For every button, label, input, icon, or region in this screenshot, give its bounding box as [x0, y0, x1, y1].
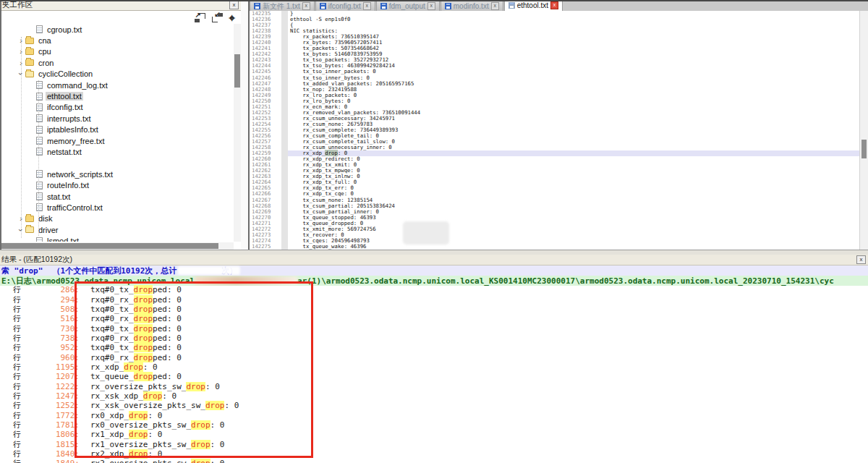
result-line-number: 1815:	[22, 440, 80, 449]
line-text: rx_xdp_tx_err: 0	[281, 185, 859, 191]
tree-item-cna[interactable]: ›cna	[1, 35, 234, 46]
locate-current-file-icon[interactable]: ⌖	[229, 13, 235, 22]
editor-line[interactable]: 142237{	[250, 22, 859, 28]
tab-label: ethtool.txt	[517, 1, 548, 9]
tree-item-command_log-txt[interactable]: command_log.txt	[1, 80, 234, 90]
search-result-row[interactable]: 行1849:rx2_oversize_pkts_sw_drop: 0	[0, 459, 868, 463]
tree-item-label: cgroup.txt	[46, 25, 83, 34]
tab-close-icon[interactable]: x	[550, 1, 558, 9]
folder-icon	[25, 59, 34, 66]
tab-close-icon[interactable]: x	[363, 2, 371, 10]
tree-item-stat-txt[interactable]: stat.txt	[1, 191, 234, 202]
line-text: rx_xdp_tx_xmit: 0	[281, 162, 859, 168]
result-line-number: 1772:	[22, 411, 80, 420]
tab-close-icon[interactable]: x	[427, 2, 435, 10]
line-text: rx_xdp_redirect: 0	[281, 156, 859, 162]
line-text: tx_cqes: 204596498793	[281, 238, 859, 244]
search-summary-row[interactable]: 索 "drop" （1个文件中匹配到10192次，总计次）	[0, 266, 868, 276]
line-text: {	[281, 22, 859, 28]
line-word-label: 行	[0, 458, 22, 463]
line-text: tx_added_vlan_packets: 205165957165	[281, 81, 859, 87]
arrow-glyph: ↗	[195, 11, 201, 19]
result-line-number: 730:	[22, 324, 80, 334]
tree-item-cyclicCollection[interactable]: ›cyclicCollection	[1, 69, 234, 80]
tree-item-cgroup-txt[interactable]: cgroup.txt	[1, 24, 234, 35]
result-line-number: 294:	[22, 295, 80, 305]
results-title: 结果 - (匹配10192次)	[1, 255, 72, 265]
workspace-title: 夹工作区	[2, 0, 33, 10]
tree-vertical-scrollbar[interactable]	[234, 24, 241, 242]
match-highlight: drop	[191, 459, 210, 463]
tree-item-interrupts-txt[interactable]: interrupts.txt	[1, 113, 234, 124]
tree-item-memory_free-txt[interactable]: memory_free.txt	[1, 135, 234, 146]
tree-item-label: iptablesInfo.txt	[46, 125, 100, 134]
results-panel-edge	[0, 250, 868, 255]
file-icon	[36, 81, 43, 89]
collapse-all-icon[interactable]: ↙	[212, 13, 223, 22]
line-text: tx_queue_wake: 46396	[281, 244, 859, 250]
panel-splitter[interactable]	[241, 0, 250, 250]
file-icon	[36, 148, 43, 156]
file-icon	[36, 137, 43, 145]
file-icon	[36, 126, 43, 134]
workspace-close-icon[interactable]: x	[229, 1, 239, 9]
editor-line[interactable]: 142236ethtool -S enp1s0f0	[250, 17, 859, 22]
tree-hscroll-thumb[interactable]	[1, 243, 218, 249]
tree-item-label: cron	[37, 59, 55, 67]
tree-item-label: driver	[37, 226, 60, 234]
chevron-down-icon[interactable]: ›	[17, 69, 25, 78]
tree-item-cron[interactable]: ›cron	[1, 57, 234, 68]
line-number: 142275	[250, 244, 281, 250]
tab-ifconfig-txt[interactable]: ifconfig.txtx	[315, 1, 375, 11]
result-line-number: 1252:	[22, 401, 80, 410]
save-floppy-icon	[509, 2, 515, 9]
tab-label: fdm_output	[389, 2, 425, 10]
file-icon	[36, 237, 43, 242]
mini-folder-glyph	[218, 13, 223, 17]
tree-item-lsmod-txt[interactable]: lsmod.txt	[1, 235, 234, 242]
tree-vscroll-thumb[interactable]	[234, 54, 240, 88]
results-close-icon[interactable]: x	[856, 255, 866, 264]
tree-item-disk[interactable]: ›disk	[1, 213, 234, 224]
tab-ethtool-txt[interactable]: ethtool.txtx	[504, 0, 563, 11]
window-top-edge	[0, 0, 868, 1]
editor-vscroll-thumb[interactable]	[861, 140, 867, 158]
tab--1-txt[interactable]: 新文件 1.txtx	[250, 1, 315, 11]
editor-line[interactable]: 142275 tx_queue_wake: 46396	[250, 244, 859, 250]
tree-spacer	[1, 158, 234, 169]
tab-modinfo-txt[interactable]: modinfo.txtx	[441, 1, 503, 11]
line-text: rx_lro_packets: 0	[281, 93, 859, 98]
tab-close-icon[interactable]: x	[491, 2, 499, 10]
tab-bar: 新文件 1.txtxifconfig.txtxfdm_outputxmodinf…	[250, 0, 868, 12]
result-line-number: 960:	[22, 353, 80, 362]
tab-close-icon[interactable]: x	[302, 2, 310, 10]
tree-item-ethtool-txt[interactable]: ethtool.txt	[1, 90, 234, 101]
tree-item-label: netstat.txt	[46, 148, 83, 156]
tree-item-trafficControl-txt[interactable]: trafficControl.txt	[1, 202, 234, 213]
tree-item-iptablesInfo-txt[interactable]: iptablesInfo.txt	[1, 124, 234, 135]
tree-guide-line	[38, 80, 39, 236]
result-line-number: 952:	[22, 343, 80, 352]
result-line-number: 1781:	[22, 420, 80, 430]
tree-item-label: disk	[37, 214, 54, 223]
tree-item-driver[interactable]: ›driver	[1, 224, 234, 235]
result-line-number: 516:	[22, 314, 80, 323]
mini-folder-glyph	[195, 19, 200, 22]
save-floppy-icon	[320, 3, 326, 9]
folder-icon	[25, 38, 34, 44]
tree-item-cpu[interactable]: ›cpu	[1, 46, 234, 57]
tree-item-network_scripts-txt[interactable]: network_scripts.txt	[1, 169, 234, 179]
expand-all-icon[interactable]: ↗	[195, 13, 205, 22]
tree-item-label: interrupts.txt	[46, 114, 93, 123]
chevron-down-icon[interactable]: ›	[17, 226, 25, 234]
tree-horizontal-scrollbar[interactable]	[1, 242, 234, 250]
tab-fdm_output[interactable]: fdm_outputx	[376, 1, 440, 11]
workspace-titlebar: 夹工作区 x	[1, 0, 241, 11]
tree-item-ifconfig-txt[interactable]: ifconfig.txt	[1, 102, 234, 113]
line-text: tx_nop: 232419588	[281, 87, 859, 93]
tree-item-netstat-txt[interactable]: netstat.txt	[1, 146, 234, 157]
editor-view[interactable]: 142235}142236ethtool -S enp1s0f0142237{1…	[250, 11, 859, 250]
editor-vertical-scrollbar[interactable]	[859, 11, 868, 250]
result-line-number: 1806:	[22, 430, 80, 439]
tree-item-routeInfo-txt[interactable]: routeInfo.txt	[1, 179, 234, 190]
